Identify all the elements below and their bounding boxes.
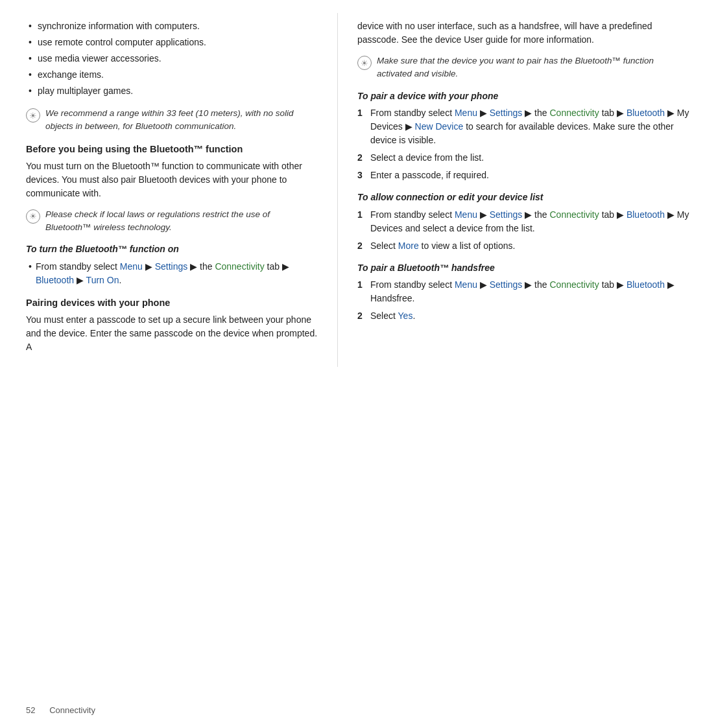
bluetooth-link: Bluetooth (626, 108, 665, 118)
step-text: Select More to view a list of options. (370, 239, 515, 253)
connectivity-link: Connectivity (215, 261, 264, 272)
section-heading-pair-device: To pair a device with your phone (357, 90, 690, 103)
step-text: From standby select Menu ▶ Settings ▶ th… (370, 278, 690, 305)
turnon-link: Turn On (86, 275, 119, 285)
settings-link: Settings (490, 209, 523, 220)
allow-connection-steps: 1 From standby select Menu ▶ Settings ▶ … (357, 208, 690, 253)
left-column: synchronize information with computers. … (0, 13, 337, 367)
step-item: 2 Select More to view a list of options. (357, 239, 690, 253)
tip-text-2: Please check if local laws or regulation… (45, 208, 318, 235)
step-text: Select a device from the list. (370, 151, 484, 165)
tip-icon-2: ☀ (26, 209, 40, 224)
menu-link: Menu (455, 209, 477, 220)
pair-handsfree-steps: 1 From standby select Menu ▶ Settings ▶ … (357, 278, 690, 323)
list-item: exchange items. (26, 68, 318, 82)
tip-text-1: We recommend a range within 33 feet (10 … (45, 107, 318, 134)
bluetooth-link: Bluetooth (626, 279, 665, 290)
turnon-bullet: • From standby select Menu ▶ Settings ▶ … (26, 260, 318, 287)
intro-bullet-list: synchronize information with computers. … (26, 19, 318, 98)
step-item: 1 From standby select Menu ▶ Settings ▶ … (357, 208, 690, 235)
tip-icon-1: ☀ (26, 108, 40, 123)
page-number: 52 (26, 705, 35, 715)
connectivity-link: Connectivity (549, 108, 599, 118)
section-heading-pairing: Pairing devices with your phone (26, 296, 318, 309)
pair-device-steps: 1 From standby select Menu ▶ Settings ▶ … (357, 106, 690, 182)
section-heading-allow-connection: To allow connection or edit your device … (357, 191, 690, 204)
step-text: From standby select Menu ▶ Settings ▶ th… (370, 208, 690, 235)
step-item: 1 From standby select Menu ▶ Settings ▶ … (357, 106, 690, 147)
section-heading-pair-handsfree: To pair a Bluetooth™ handsfree (357, 262, 690, 275)
step-item: 1 From standby select Menu ▶ Settings ▶ … (357, 278, 690, 305)
list-item: use media viewer accessories. (26, 52, 318, 65)
bluetooth-link: Bluetooth (626, 209, 665, 220)
list-item: play multiplayer games. (26, 84, 318, 98)
step-item: 2 Select Yes. (357, 309, 690, 323)
menu-link: Menu (455, 279, 477, 290)
connectivity-link: Connectivity (549, 209, 599, 220)
menu-link: Menu (120, 261, 143, 272)
section-heading-before: Before you being using the Bluetooth™ fu… (26, 143, 318, 156)
step-text: Select Yes. (370, 309, 415, 323)
step-text: From standby select Menu ▶ Settings ▶ th… (370, 106, 690, 147)
tip-block-2: ☀ Please check if local laws or regulati… (26, 208, 318, 235)
section-label: Connectivity (49, 705, 95, 715)
tip-text-3: Make sure that the device you want to pa… (377, 54, 690, 81)
settings-link: Settings (490, 279, 523, 290)
bluetooth-link: Bluetooth (36, 275, 74, 285)
settings-link: Settings (490, 108, 523, 118)
more-link: More (398, 241, 419, 251)
connectivity-link: Connectivity (549, 279, 599, 290)
section-body-before: You must turn on the Bluetooth™ function… (26, 159, 318, 200)
step-item: 3 Enter a passcode, if required. (357, 169, 690, 182)
settings-link: Settings (155, 261, 188, 272)
section-heading-turnon: To turn the Bluetooth™ function on (26, 243, 318, 256)
page-content: synchronize information with computers. … (0, 0, 716, 386)
step-text: Enter a passcode, if required. (370, 169, 489, 182)
section-body-pairing: You must enter a passcode to set up a se… (26, 313, 318, 354)
new-device-link: New Device (415, 121, 464, 132)
yes-link: Yes (398, 311, 413, 321)
continuation-text: device with no user interface, such as a… (357, 19, 690, 47)
tip-block-3: ☀ Make sure that the device you want to … (357, 54, 690, 81)
tip-icon-3: ☀ (357, 56, 372, 70)
menu-link: Menu (455, 108, 477, 118)
turnon-text: From standby select Menu ▶ Settings ▶ th… (36, 260, 318, 287)
tip-block-1: ☀ We recommend a range within 33 feet (1… (26, 107, 318, 134)
list-item: synchronize information with computers. (26, 19, 318, 33)
right-column: device with no user interface, such as a… (337, 13, 716, 367)
footer: 52 Connectivity (26, 705, 95, 715)
step-item: 2 Select a device from the list. (357, 151, 690, 165)
list-item: use remote control computer applications… (26, 36, 318, 49)
handsfree-text: Handsfree (370, 293, 412, 303)
